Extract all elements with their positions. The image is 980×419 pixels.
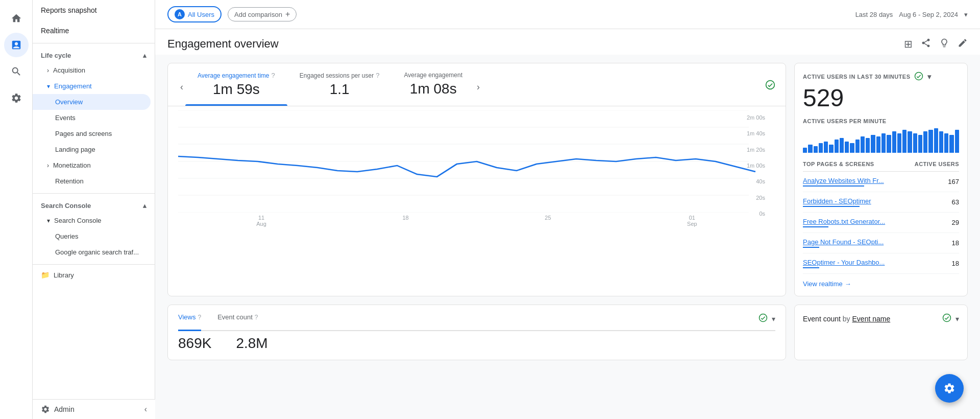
views-metric: 869K [178,335,211,352]
all-users-chip[interactable]: A All Users [167,6,222,22]
top-page-bar-indicator [803,185,864,187]
bar-item [814,146,818,153]
engaged-sessions-label: Engaged sessions per user ? [300,72,380,79]
metric-next-button[interactable]: › [475,82,482,92]
metric-prev-button[interactable]: ‹ [178,82,185,92]
sidebar-engagement[interactable]: ▾ Engagement [33,78,155,94]
event-name-check-icon[interactable] [942,313,951,324]
main-content: A All Users Add comparison + Last 28 day… [155,0,980,419]
active-users-check-icon[interactable] [914,72,923,82]
top-page-row[interactable]: SEOptimer - Your Dashbo... 18 [803,253,959,274]
fab-button[interactable] [935,374,964,403]
x-label-aug18: 18 [402,215,408,227]
x-axis-labels: 11Aug 18 25 01Sep [178,213,775,227]
top-page-row[interactable]: Free Robots.txt Generator... 29 [803,213,959,233]
sidebar-google-organic[interactable]: Google organic search traf... [33,244,155,260]
date-picker-dropdown-icon[interactable]: ▾ [964,11,968,18]
avg-engagement-rate-tab[interactable]: Average engagement 1m 08s [391,72,475,105]
settings-link[interactable]: Admin [41,405,75,414]
top-page-row[interactable]: Forbidden - SEOptimer 63 [803,192,959,213]
bar-item [803,148,807,153]
bar-item [871,135,875,153]
sidebar-library[interactable]: 📁 Library [33,267,155,283]
bar-item [850,143,854,153]
bottom-card-dropdown-icon[interactable]: ▾ [772,315,775,323]
top-page-name[interactable]: SEOptimer - Your Dashbo... [803,259,952,266]
acquisition-expand-icon: › [47,67,49,74]
sidebar-reports-snapshot[interactable]: Reports snapshot [33,0,155,20]
top-page-row[interactable]: Analyze Websites With Fr... 167 [803,172,959,192]
edit-icon[interactable] [958,38,968,51]
bar-item [934,128,938,153]
sidebar-search-console-header[interactable]: Search Console ▴ [33,196,155,213]
date-range-value: Aug 6 - Sep 2, 2024 [899,11,958,18]
bottom-card-check-icon[interactable] [758,313,768,324]
avg-engagement-value: 1m 59s [198,81,275,98]
x-label-aug25: 25 [545,215,551,227]
top-pages-list: Analyze Websites With Fr... 167 Forbidde… [803,172,959,274]
avg-engagement-tab[interactable]: Average engagement time ? 1m 59s [185,72,287,106]
bar-item [861,136,865,153]
engaged-sessions-tab[interactable]: Engaged sessions per user ? 1.1 [287,72,392,106]
search-nav-icon[interactable] [4,59,29,84]
top-page-name[interactable]: Forbidden - SEOptimer [803,197,952,205]
top-page-row[interactable]: Page Not Found - SEOpti... 18 [803,233,959,253]
sidebar-monetization[interactable]: › Monetization [33,157,155,173]
top-page-count: 63 [952,198,959,206]
bar-item [897,133,901,153]
home-nav-icon[interactable] [4,6,29,31]
views-value: 869K [178,335,211,352]
top-page-count: 18 [952,260,959,267]
share-icon[interactable] [921,38,931,51]
bar-item [840,138,844,153]
top-page-name[interactable]: Analyze Websites With Fr... [803,177,948,184]
sidebar-retention[interactable]: Retention [33,173,155,189]
reports-nav-icon[interactable] [4,33,29,57]
date-range-label: Last 28 days [855,11,893,18]
views-events-card: Views ? Event count ? [167,305,786,360]
add-comparison-chip[interactable]: Add comparison + [228,7,297,21]
search-console-expand-icon: ▾ [47,217,50,224]
icon-rail [0,0,33,419]
event-count-tab[interactable]: Event count ? [217,313,258,330]
sidebar-pages-screens[interactable]: Pages and screens [33,126,155,142]
sidebar-footer: Admin ‹ [33,399,155,419]
settings-nav-icon[interactable] [4,86,29,110]
engaged-sessions-help-icon[interactable]: ? [376,72,379,79]
sidebar-acquisition[interactable]: › Acquisition [33,62,155,78]
insights-icon[interactable] [939,38,949,51]
event-count-help-icon[interactable]: ? [255,314,258,321]
top-page-bar-indicator [803,247,819,248]
engagement-line-chart [178,110,775,213]
y-axis-labels: 2m 00s 1m 40s 1m 20s 1m 00s 40s 20s 0s [747,114,765,217]
view-realtime-link[interactable]: View realtime → [803,280,959,288]
bar-item [939,131,943,153]
engaged-sessions-value: 1.1 [300,81,380,98]
event-count-value: 2.8M [236,335,267,352]
sidebar-events[interactable]: Events [33,110,155,126]
avg-engagement-help-icon[interactable]: ? [272,72,275,79]
per-minute-label: ACTIVE USERS PER MINUTE [803,118,959,124]
bar-item [902,130,906,153]
event-count-title: Event count by Event name [803,315,890,323]
event-name-dropdown-icon[interactable]: ▾ [955,315,959,323]
engagement-collapse-icon: ▾ [47,83,50,90]
bar-item [928,130,933,153]
active-users-dropdown-icon[interactable]: ▾ [927,73,932,81]
top-page-name[interactable]: Page Not Found - SEOpti... [803,238,952,246]
engagement-chart-card: ‹ Average engagement time ? 1m 59s Engag… [167,63,786,296]
top-page-name[interactable]: Free Robots.txt Generator... [803,218,952,225]
chart-compare-check[interactable] [765,80,775,92]
views-tab[interactable]: Views ? [178,313,201,331]
views-help-icon[interactable]: ? [198,314,201,321]
sidebar-lifecycle-header[interactable]: Life cycle ▴ [33,45,155,62]
columns-view-icon[interactable]: ⊞ [904,38,913,51]
sidebar-queries[interactable]: Queries [33,228,155,244]
top-pages-header: TOP PAGES & SCREENS ACTIVE USERS [803,159,959,172]
sidebar-overview[interactable]: Overview [33,94,151,110]
sidebar-realtime[interactable]: Realtime [33,20,155,41]
svg-point-9 [760,314,767,322]
sidebar-landing-page[interactable]: Landing page [33,142,155,157]
sidebar-collapse-icon[interactable]: ‹ [144,405,147,414]
sidebar-search-console-item[interactable]: ▾ Search Console [33,213,155,228]
